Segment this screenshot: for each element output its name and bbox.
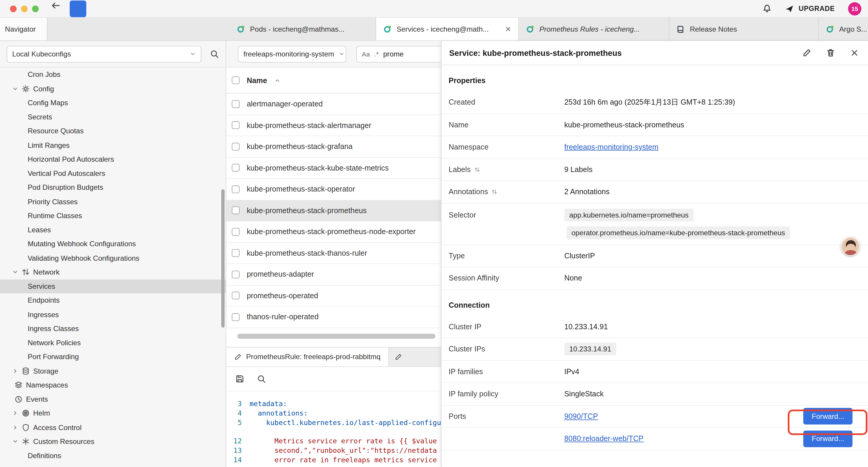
namespace-link[interactable]: freeleaps-monitoring-system [564,143,658,151]
select-all-checkbox[interactable] [232,76,240,84]
horizontal-scrollbar-thumb[interactable] [237,333,435,339]
sidebar-search-button[interactable] [210,49,219,59]
row-checkbox[interactable] [232,121,240,129]
row-checkbox[interactable] [232,207,240,214]
sidebar-item-limit-ranges[interactable]: Limit Ranges [0,138,226,152]
sidebar-item-definitions[interactable]: Definitions [0,449,226,463]
sidebar-item-services[interactable]: Services [0,279,226,293]
row-checkbox[interactable] [232,143,240,150]
table-row[interactable]: kube-prometheus-stack-prometheus-node-ex… [226,222,441,243]
code-line[interactable]: 13 second.","runbook_url":"https://netda… [226,445,441,455]
tab-pods[interactable]: Pods - icecheng@mathmas... [229,18,376,40]
sidebar-item-horizontal-pod-autoscalers[interactable]: Horizontal Pod Autoscalers [0,152,226,167]
sidebar-item-port-forwarding[interactable]: Port Forwarding [0,350,226,364]
row-checkbox[interactable] [232,164,240,172]
code-line[interactable]: 5 kubectl.kubernetes.io/last-applied-con… [226,418,441,427]
expand-updown-icon[interactable] [491,189,498,195]
filter-search-input[interactable]: Aa .* prome [356,46,441,62]
sidebar-item-endpoints[interactable]: Endpoints [0,293,226,308]
close-window-button[interactable] [10,5,17,12]
editor-tab-prometheusrule[interactable]: PrometheusRule: freeleaps-prod-rabbitmq [226,347,389,366]
editor-tab-partial[interactable] [389,347,408,366]
forward-arrow-icon[interactable] [70,0,86,17]
sidebar-item-priority-classes[interactable]: Priority Classes [0,195,226,209]
row-checkbox[interactable] [232,270,240,278]
line-number: 12 [226,436,250,445]
notification-bell-icon[interactable] [762,4,772,13]
sidebar-item-events[interactable]: Events [0,392,226,406]
sidebar-item-cron-jobs[interactable]: Cron Jobs [0,67,226,82]
sidebar-item-network[interactable]: Network [0,265,226,279]
minimize-window-button[interactable] [21,5,28,12]
table-row[interactable]: alertmanager-operated [226,93,441,115]
tab-services[interactable]: Services - icecheng@math... [376,18,519,40]
close-tab-icon[interactable] [505,25,512,32]
edit-pencil-icon[interactable] [802,48,812,58]
table-row[interactable]: prometheus-operated [226,285,441,307]
port-link-9090[interactable]: 9090/TCP [564,412,598,420]
tab-release-notes[interactable]: Release Notes [670,18,819,40]
sidebar-item-helm[interactable]: Helm [0,406,226,420]
sidebar-item-pod-disruption-budgets[interactable]: Pod Disruption Budgets [0,180,226,195]
table-row[interactable]: kube-prometheus-stack-grafana [226,136,441,157]
save-button[interactable] [235,374,245,383]
row-checkbox[interactable] [232,185,240,193]
editor-search-button[interactable] [257,374,266,383]
sidebar-item-storage[interactable]: Storage [0,364,226,378]
match-case-toggle[interactable]: Aa [362,50,370,58]
zoom-window-button[interactable] [32,5,39,12]
back-arrow-icon[interactable] [51,0,61,10]
yaml-editor[interactable]: 3metadata: 4 annotations: 5 kubectl.kube… [226,391,441,464]
row-checkbox[interactable] [232,249,240,257]
sort-ascending-icon[interactable] [274,77,280,83]
table-row[interactable]: prometheus-adapter [226,264,441,285]
sidebar-item-vertical-pod-autoscalers[interactable]: Vertical Pod Autoscalers [0,167,226,181]
code-line[interactable]: 14 error rate in freeleaps metrics servi… [226,455,441,464]
sidebar-item-ingresses[interactable]: Ingresses [0,308,226,322]
upgrade-button[interactable]: UPGRADE [785,4,835,13]
expand-updown-icon[interactable] [474,167,480,173]
sidebar-item-custom-resources[interactable]: Custom Resources [0,435,226,449]
table-row[interactable]: kube-prometheus-stack-thanos-ruler [226,243,441,264]
close-panel-icon[interactable] [850,48,859,58]
row-checkbox[interactable] [232,228,240,236]
tab-argo[interactable]: Argo S... [819,18,868,40]
sidebar-item-access-control[interactable]: Access Control [0,420,226,435]
regex-toggle[interactable]: .* [374,50,379,58]
table-row[interactable]: thanos-ruler-operated [226,307,441,328]
folded-region[interactable] [226,427,441,436]
table-row[interactable]: kube-prometheus-stack-kube-state-metrics [226,157,441,179]
forward-port-button[interactable]: Forward... [804,408,852,425]
tab-prometheus-rules[interactable]: Prometheus Rules - icecheng... [519,18,669,40]
table-row[interactable]: kube-prometheus-stack-operator [226,179,441,200]
sidebar-item-ingress-classes[interactable]: Ingress Classes [0,322,226,336]
row-checkbox[interactable] [232,313,240,321]
table-row-selected[interactable]: kube-prometheus-stack-prometheus [226,200,441,222]
sidebar-scrollbar-thumb[interactable] [221,189,224,327]
code-line[interactable]: 3metadata: [226,399,441,408]
notification-count-badge[interactable]: 15 [848,2,862,16]
delete-trash-icon[interactable] [826,48,836,58]
code-line[interactable]: 4 annotations: [226,408,441,418]
forward-port-button[interactable]: Forward... [804,430,852,447]
tab-navigator[interactable]: Navigator [0,18,48,40]
row-checkbox[interactable] [232,100,240,108]
sidebar-item-config[interactable]: Config [0,82,226,96]
sidebar-item-validating-webhook-configurations[interactable]: Validating Webhook Configurations [0,251,226,265]
sidebar-item-config-maps[interactable]: Config Maps [0,96,226,110]
namespace-select[interactable]: freeleaps-monitoring-system [238,46,346,62]
port-link-8080[interactable]: 8080:reloader-web/TCP [564,435,644,443]
sidebar-item-network-policies[interactable]: Network Policies [0,336,226,350]
sidebar-item-resource-quotas[interactable]: Resource Quotas [0,124,226,138]
name-column-header[interactable]: Name [247,76,267,84]
table-row[interactable]: kube-prometheus-stack-alertmanager [226,115,441,136]
row-checkbox[interactable] [232,292,240,299]
sidebar-item-runtime-classes[interactable]: Runtime Classes [0,209,226,223]
sidebar-item-namespaces[interactable]: Namespaces [0,378,226,392]
code-line[interactable]: 12 Metrics service error rate is {{ $val… [226,436,441,445]
sidebar-item-secrets[interactable]: Secrets [0,110,226,124]
sidebar-item-mutating-webhook-configurations[interactable]: Mutating Webhook Configurations [0,237,226,251]
avatar[interactable] [841,237,860,256]
kubeconfig-select[interactable]: Local Kubeconfigs [6,46,201,62]
sidebar-item-leases[interactable]: Leases [0,223,226,237]
